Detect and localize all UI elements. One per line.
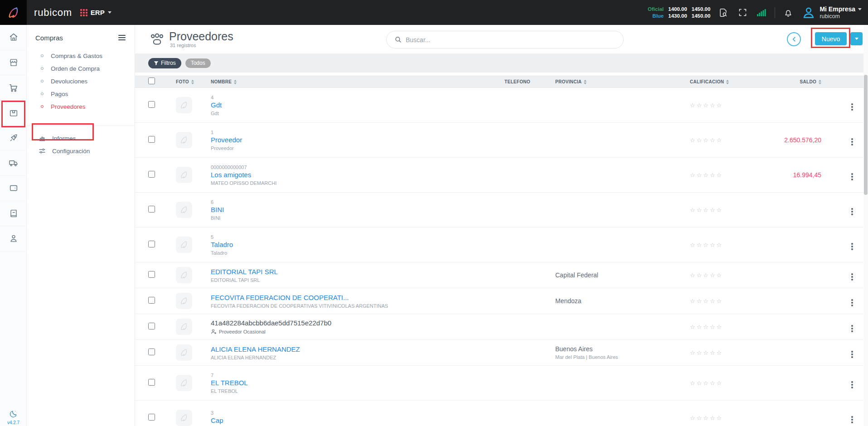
row-menu-kebab-icon[interactable] <box>850 324 854 334</box>
new-button[interactable]: Nuevo <box>815 32 847 45</box>
user-icon[interactable] <box>0 226 27 252</box>
book-icon[interactable] <box>0 201 27 227</box>
row-rating-stars[interactable]: ☆☆☆☆☆ <box>690 172 723 179</box>
row-menu-kebab-icon[interactable] <box>850 172 854 182</box>
sidebar-item-informes[interactable]: Informes <box>27 132 135 145</box>
row-name-link[interactable]: Taladro <box>211 241 233 248</box>
row-code: 1 <box>211 130 504 135</box>
sidebar-item-pagos[interactable]: Pagos <box>27 87 135 100</box>
column-header-telefono[interactable]: TELEFONO <box>504 79 555 84</box>
column-header-saldo[interactable]: SALDO <box>726 79 821 84</box>
sort-icon <box>584 80 587 84</box>
brand-wordmark: rubicom <box>34 7 72 19</box>
row-checkbox[interactable] <box>148 414 155 421</box>
sidebar-item-compras-gastos[interactable]: Compras & Gastos <box>27 49 135 62</box>
row-provincia: Capital Federal <box>555 271 690 279</box>
row-checkbox[interactable] <box>148 206 155 213</box>
new-button-dropdown[interactable] <box>850 32 863 45</box>
row-menu-kebab-icon[interactable] <box>850 207 854 217</box>
row-photo-placeholder <box>176 167 192 183</box>
row-checkbox[interactable] <box>148 101 155 108</box>
column-header-foto[interactable]: FOTO <box>176 79 211 84</box>
row-subtitle: MATEO OPISSO DEMARCHI <box>211 180 504 186</box>
row-name-link[interactable]: BINI <box>211 206 224 213</box>
notifications-bell-icon[interactable] <box>782 7 794 19</box>
sidebar-item-orden-de-compra[interactable]: Orden de Compra <box>27 62 135 75</box>
row-name-link[interactable]: Proveedor <box>211 136 242 144</box>
app-switcher[interactable]: ERP <box>80 9 112 16</box>
filters-button[interactable]: Filtros <box>148 58 181 68</box>
row-checkbox[interactable] <box>148 349 155 355</box>
row-menu-kebab-icon[interactable] <box>850 415 854 425</box>
row-checkbox[interactable] <box>148 297 155 304</box>
column-header-nombre[interactable]: NOMBRE <box>211 79 504 84</box>
row-photo-placeholder <box>176 375 192 391</box>
topbar-divider <box>775 7 775 18</box>
row-rating-stars[interactable]: ☆☆☆☆☆ <box>690 324 723 330</box>
row-rating-stars[interactable]: ☆☆☆☆☆ <box>690 349 723 356</box>
row-name-link[interactable]: Los amigotes <box>211 171 251 179</box>
rocket-icon[interactable] <box>0 126 27 151</box>
sidebar-item-proveedores[interactable]: Proveedores <box>27 100 135 113</box>
document-search-icon[interactable] <box>718 7 729 19</box>
table-row: 5 Taladro Taladro ☆☆☆☆☆ <box>135 228 868 262</box>
cart-icon[interactable] <box>0 75 27 101</box>
column-header-provincia[interactable]: PROVINCIA <box>555 79 690 84</box>
row-name-link[interactable]: EL TREBOL <box>211 379 248 387</box>
row-rating-stars[interactable]: ☆☆☆☆☆ <box>690 380 723 387</box>
row-rating-stars[interactable]: ☆☆☆☆☆ <box>690 102 723 109</box>
row-name-link[interactable]: 41a482284abcbb6dae5dd7515e22d7b0 <box>211 319 331 327</box>
store-icon[interactable] <box>0 50 27 76</box>
row-menu-kebab-icon[interactable] <box>850 349 854 359</box>
column-header-calificacion[interactable]: CALIFICACION <box>690 79 726 84</box>
sidebar-section-title: Compras <box>35 34 63 42</box>
truck-icon[interactable] <box>0 151 27 176</box>
row-menu-kebab-icon[interactable] <box>850 272 854 282</box>
back-button[interactable] <box>787 32 801 46</box>
chevron-down-icon <box>108 11 112 14</box>
user-menu[interactable]: Mi Empresa rubicom <box>801 5 862 20</box>
collapse-menu-icon[interactable] <box>118 35 126 40</box>
row-name-link[interactable]: FECOVITA FEDERACION DE COOPERATI... <box>211 294 349 301</box>
row-code: 3 <box>211 410 504 416</box>
row-rating-stars[interactable]: ☆☆☆☆☆ <box>690 415 723 421</box>
row-provincia-sub: Mar del Plata | Buenos Aires <box>555 354 690 360</box>
row-rating-stars[interactable]: ☆☆☆☆☆ <box>690 242 723 248</box>
row-menu-kebab-icon[interactable] <box>850 380 854 390</box>
row-rating-stars[interactable]: ☆☆☆☆☆ <box>690 298 723 305</box>
row-rating-stars[interactable]: ☆☆☆☆☆ <box>690 137 723 144</box>
row-checkbox[interactable] <box>148 136 155 143</box>
select-all-checkbox[interactable] <box>148 77 155 84</box>
sidebar-item-devoluciones[interactable]: Devoluciones <box>27 75 135 87</box>
row-menu-kebab-icon[interactable] <box>850 137 854 147</box>
row-menu-kebab-icon[interactable] <box>850 298 854 308</box>
filter-chip-todos[interactable]: Todos <box>185 58 211 68</box>
row-name-link[interactable]: Cap <box>211 416 223 424</box>
wallet-icon[interactable] <box>0 176 27 201</box>
search-input[interactable] <box>406 36 596 44</box>
row-checkbox[interactable] <box>148 241 155 247</box>
package-icon[interactable] <box>0 101 27 126</box>
row-menu-kebab-icon[interactable] <box>850 242 854 252</box>
occasional-supplier-badge: Proveedor Ocasional <box>211 329 504 334</box>
row-checkbox[interactable] <box>148 323 155 329</box>
home-icon[interactable] <box>0 25 27 50</box>
sidebar-item-configuracion[interactable]: Configuración <box>27 145 135 157</box>
rubicom-logo[interactable] <box>0 0 27 25</box>
row-name-link[interactable]: EDITORIAL TAPI SRL <box>211 268 278 276</box>
row-checkbox[interactable] <box>148 271 155 278</box>
signal-bars-icon[interactable] <box>756 7 767 19</box>
scrollbar-thumb[interactable] <box>864 75 868 195</box>
row-name-link[interactable]: ALICIA ELENA HERNANDEZ <box>211 345 300 353</box>
row-menu-kebab-icon[interactable] <box>850 102 854 112</box>
fullscreen-icon[interactable] <box>737 7 748 19</box>
row-photo-placeholder <box>176 293 192 309</box>
row-checkbox[interactable] <box>148 171 155 178</box>
main-content: Proveedores 31 registros Nuevo Filtros T… <box>135 25 868 426</box>
row-rating-stars[interactable]: ☆☆☆☆☆ <box>690 207 723 213</box>
rate-blue-sell: 1450.00 <box>692 13 711 19</box>
row-rating-stars[interactable]: ☆☆☆☆☆ <box>690 272 723 279</box>
row-checkbox[interactable] <box>148 379 155 386</box>
row-name-link[interactable]: Gdt <box>211 101 222 109</box>
dark-mode-moon-icon[interactable] <box>0 409 27 418</box>
